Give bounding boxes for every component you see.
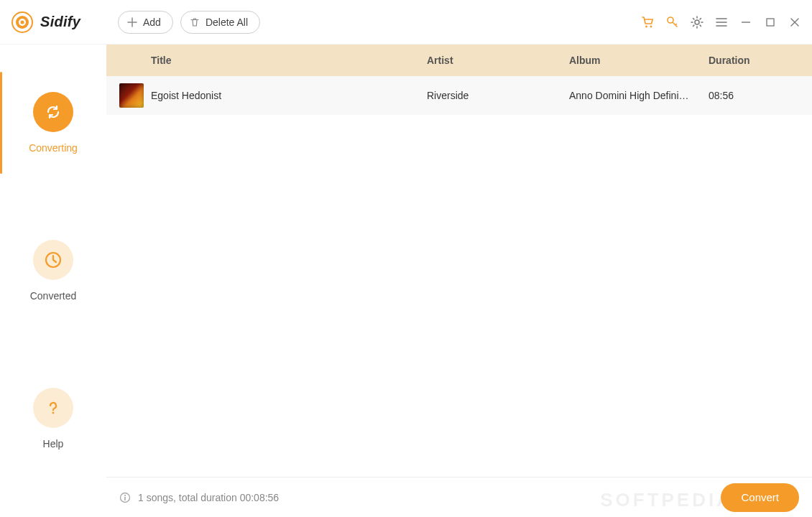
col-header-album[interactable]: Album — [569, 55, 709, 66]
col-header-artist[interactable]: Artist — [427, 55, 569, 66]
svg-point-12 — [124, 495, 126, 496]
svg-point-10 — [52, 412, 55, 414]
plus-icon — [127, 17, 137, 27]
watermark-text: SOFTPEDIA — [600, 489, 733, 511]
maximize-icon[interactable] — [763, 15, 778, 29]
sidify-logo-icon — [11, 11, 33, 33]
gear-icon[interactable] — [690, 15, 704, 29]
col-header-duration[interactable]: Duration — [709, 55, 799, 66]
app-name: Sidify — [40, 14, 80, 30]
cart-icon[interactable] — [641, 15, 655, 29]
delete-all-button-label: Delete All — [206, 17, 248, 28]
cell-artist: Riverside — [427, 90, 569, 101]
track-list: Egoist Hedonist Riverside Anno Domini Hi… — [106, 76, 812, 477]
convert-button-label: Convert — [741, 491, 779, 503]
svg-point-7 — [695, 20, 699, 24]
album-art-icon — [119, 83, 144, 108]
trash-icon — [190, 17, 200, 27]
sidebar-item-label: Converting — [29, 142, 78, 154]
hamburger-icon[interactable] — [714, 15, 729, 29]
help-icon — [33, 388, 73, 428]
svg-rect-8 — [767, 19, 774, 26]
table-row[interactable]: Egoist Hedonist Riverside Anno Domini Hi… — [106, 76, 812, 115]
footer-bar: 1 songs, total duration 00:08:56 SOFTPED… — [106, 477, 812, 517]
header-bar: Sidify Add Delete All — [0, 0, 812, 45]
key-icon[interactable] — [665, 15, 680, 29]
info-icon — [119, 492, 131, 503]
sidebar-item-converting[interactable]: Converting — [0, 79, 106, 167]
cell-album: Anno Domini High Defini… — [569, 90, 709, 101]
sidebar-item-converted[interactable]: Converted — [0, 227, 106, 315]
convert-button[interactable]: Convert — [721, 483, 799, 512]
add-button-label: Add — [143, 17, 161, 28]
cell-duration: 08:56 — [709, 90, 799, 101]
svg-point-4 — [645, 25, 647, 27]
header-right-controls — [641, 15, 802, 29]
close-icon[interactable] — [788, 15, 802, 29]
add-button[interactable]: Add — [118, 11, 173, 34]
table-header: Title Artist Album Duration — [106, 45, 812, 76]
delete-all-button[interactable]: Delete All — [180, 11, 260, 34]
sidebar-item-label: Converted — [30, 290, 77, 302]
minimize-icon[interactable] — [739, 15, 753, 29]
cell-title: Egoist Hedonist — [151, 90, 427, 101]
clock-icon — [33, 240, 73, 280]
app-body: Converting Converted H — [0, 45, 812, 517]
sidebar: Converting Converted H — [0, 45, 106, 517]
sidebar-item-label: Help — [43, 438, 64, 450]
app-logo: Sidify — [11, 11, 118, 33]
track-artwork-cell — [119, 83, 151, 108]
main-panel: Title Artist Album Duration Egoist Hedon… — [106, 45, 812, 517]
toolbar-actions: Add Delete All — [118, 11, 260, 34]
app-window: Sidify Add Delete All — [0, 0, 812, 517]
svg-point-5 — [650, 25, 652, 27]
refresh-icon — [33, 92, 73, 132]
col-header-title[interactable]: Title — [151, 55, 427, 66]
svg-point-3 — [21, 20, 24, 24]
footer-summary: 1 songs, total duration 00:08:56 — [138, 492, 279, 503]
sidebar-item-help[interactable]: Help — [0, 375, 106, 462]
